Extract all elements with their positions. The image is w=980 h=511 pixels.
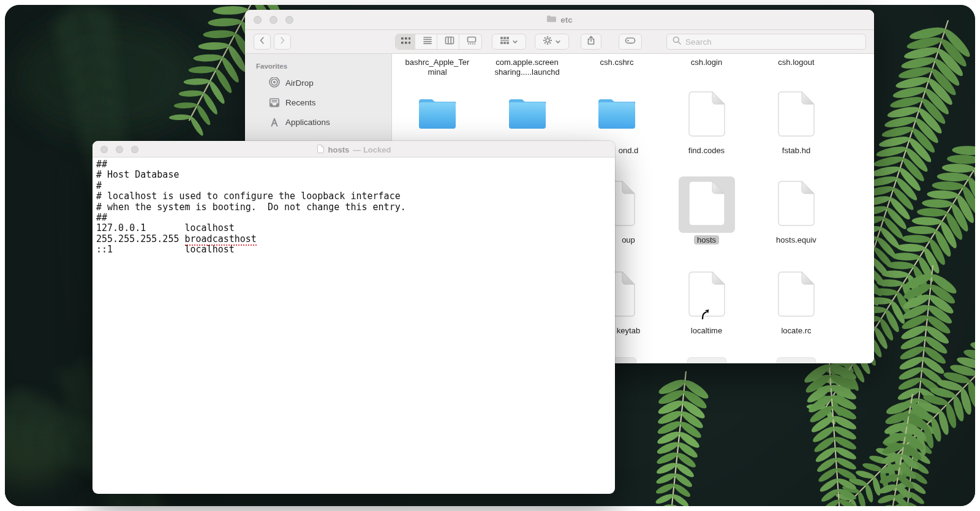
textedit-titlebar[interactable]: hosts — Locked [92, 141, 615, 157]
window-title: etc [245, 15, 874, 25]
gallery-icon [467, 36, 477, 48]
file-locate.rc[interactable]: locate.rc [752, 267, 841, 336]
search-input[interactable] [684, 37, 858, 47]
search-field[interactable] [666, 34, 866, 50]
gear-icon [543, 36, 552, 48]
list-view-button[interactable] [418, 34, 437, 49]
file-label[interactable]: bashrc_Apple_Ter minal [393, 58, 482, 77]
file-label[interactable]: com.apple.screen sharing.....launchd [483, 58, 572, 77]
group-grid-icon [500, 36, 510, 48]
folder-mini-icon [546, 15, 557, 25]
file-hosts[interactable]: hosts [662, 176, 752, 245]
sidebar-item-recents[interactable]: Recents [250, 93, 386, 112]
chevron-left-icon [257, 36, 267, 48]
icon-view-button[interactable] [396, 34, 415, 49]
group-button[interactable] [492, 34, 526, 50]
file-hosts.equiv[interactable]: hosts.equiv [752, 176, 841, 245]
file-label[interactable]: csh.login [662, 58, 752, 67]
window-title-text: hosts [328, 145, 350, 154]
file-find.codes[interactable]: find.codes [662, 87, 752, 156]
chevron-right-icon [277, 36, 287, 48]
share-icon [586, 36, 596, 48]
locked-badge: — Locked [353, 145, 391, 154]
folder-icon [418, 98, 457, 132]
tag-icon [625, 36, 636, 48]
sidebar-item-label: AirDrop [285, 78, 314, 88]
grid-icon [401, 36, 410, 48]
tags-button[interactable] [619, 34, 642, 50]
gallery-view-button[interactable] [462, 34, 481, 49]
share-button[interactable] [581, 34, 601, 50]
file-item[interactable] [393, 87, 482, 146]
sidebar-item-label: Recents [285, 98, 316, 107]
list-icon [423, 36, 432, 48]
action-button[interactable] [535, 34, 569, 50]
recents-icon [268, 97, 281, 108]
magnifier-icon [672, 36, 682, 48]
file-label[interactable]: csh.cshrc [572, 58, 662, 67]
file-icon-peek [777, 357, 816, 363]
sidebar-item-applications[interactable]: Applications [250, 113, 386, 131]
hosts-file-text[interactable]: ## # Host Database # # localhost is used… [92, 157, 615, 257]
chevron-down-icon [555, 36, 561, 47]
alias-arrow-icon [699, 308, 712, 322]
misspelled-word: broadcasthost [185, 233, 257, 246]
file-icon-peek [687, 357, 726, 363]
forward-button[interactable] [274, 34, 291, 50]
document-mini-icon [317, 144, 325, 156]
applications-icon [268, 117, 281, 127]
finder-toolbar [245, 30, 874, 54]
file-localtime[interactable]: localtime [662, 267, 752, 336]
folder-icon [508, 98, 547, 132]
column-view-button[interactable] [440, 34, 459, 49]
window-title-text: etc [560, 15, 573, 25]
document-icon [777, 271, 815, 320]
window-title: hosts — Locked [92, 144, 615, 156]
document-icon [688, 91, 726, 140]
file-fstab.hd[interactable]: fstab.hd [752, 87, 841, 156]
columns-icon [445, 36, 454, 48]
sidebar-section-favorites: Favorites [245, 62, 391, 72]
sidebar-item-label: Applications [285, 118, 330, 127]
file-item[interactable] [483, 87, 572, 146]
textedit-window: hosts — Locked ## # Host Database # # lo… [92, 141, 615, 494]
document-icon [688, 180, 726, 229]
document-icon [777, 91, 815, 140]
view-segmented-control [395, 34, 482, 50]
back-button[interactable] [254, 34, 271, 50]
chevron-down-icon [512, 36, 518, 47]
airdrop-icon [268, 77, 281, 88]
sidebar-item-airdrop[interactable]: AirDrop [250, 74, 386, 92]
document-icon [777, 180, 815, 229]
file-label[interactable]: csh.logout [752, 58, 841, 67]
folder-icon [597, 98, 636, 132]
finder-titlebar[interactable]: etc [245, 10, 874, 30]
